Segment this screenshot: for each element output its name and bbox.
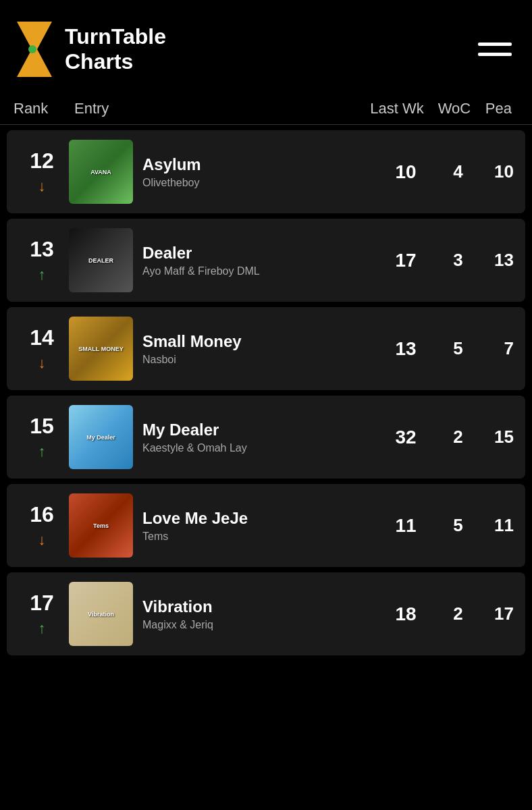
art-label: Vibration (85, 608, 117, 620)
last-week-stat: 13 (375, 338, 436, 360)
peak-stat: 13 (480, 250, 517, 271)
entry-info: Small Money Nasboi (142, 332, 375, 366)
logo-area: TurnTable Charts (14, 19, 166, 80)
entry-info: My Dealer Kaestyle & Omah Lay (142, 421, 375, 454)
entry-info: Asylum Olivetheboy (142, 155, 375, 189)
song-title: Asylum (142, 155, 375, 174)
woc-stat: 3 (436, 250, 480, 271)
entry-info: Vibration Magixx & Jeriq (142, 597, 375, 631)
peak-stat: 11 (480, 515, 517, 536)
chart-list: 12 ↓ AVANA Asylum Olivetheboy 10 4 10 13… (0, 130, 532, 655)
peak-stat: 10 (480, 161, 517, 182)
album-art: Tems (69, 493, 133, 558)
rank-column: 17 ↑ (15, 591, 69, 637)
hamburger-menu[interactable] (478, 43, 512, 56)
trend-down-icon: ↓ (38, 354, 46, 372)
last-week-stat: 11 (375, 515, 436, 537)
rank-column: 13 ↑ (15, 237, 69, 284)
song-title: Dealer (142, 244, 375, 263)
chart-row[interactable]: 17 ↑ Vibration Vibration Magixx & Jeriq … (7, 572, 525, 655)
art-label: AVANA (88, 166, 114, 178)
album-art: Vibration (69, 582, 133, 646)
rank-column: 15 ↑ (15, 414, 69, 460)
rank-number: 15 (30, 414, 54, 439)
entry-info: Dealer Ayo Maff & Fireboy DML (142, 244, 375, 277)
rank-column: 16 ↓ (15, 502, 69, 549)
art-label: Tems (90, 520, 111, 532)
song-artist: Kaestyle & Omah Lay (142, 442, 375, 454)
last-week-stat: 17 (375, 250, 436, 271)
song-artist: Ayo Maff & Fireboy DML (142, 265, 375, 277)
rank-number: 14 (30, 325, 54, 350)
song-title: Love Me JeJe (142, 509, 375, 528)
chart-row[interactable]: 12 ↓ AVANA Asylum Olivetheboy 10 4 10 (7, 130, 525, 213)
logo-icon (14, 19, 55, 80)
chart-row[interactable]: 15 ↑ My Dealer My Dealer Kaestyle & Omah… (7, 396, 525, 479)
col-header-entry: Entry (74, 100, 363, 117)
woc-stat: 2 (436, 427, 480, 448)
col-header-peak: Pea (478, 100, 518, 117)
rank-number: 13 (30, 237, 54, 262)
song-title: My Dealer (142, 421, 375, 439)
rank-column: 14 ↓ (15, 325, 69, 372)
woc-stat: 5 (436, 515, 480, 536)
hamburger-line-2 (478, 53, 512, 56)
rank-number: 16 (30, 502, 54, 527)
trend-down-icon: ↓ (38, 178, 46, 195)
woc-stat: 2 (436, 603, 480, 624)
last-week-stat: 18 (375, 603, 436, 625)
col-header-rank: Rank (14, 100, 74, 117)
rank-column: 12 ↓ (15, 148, 69, 195)
song-artist: Tems (142, 531, 375, 543)
trend-up-icon: ↑ (38, 266, 46, 284)
woc-stat: 4 (436, 161, 480, 182)
album-art: SMALL MONEY (69, 317, 133, 381)
col-header-lastwk: Last Wk (363, 100, 431, 117)
hamburger-line-1 (478, 43, 512, 46)
art-label: My Dealer (84, 431, 118, 443)
peak-stat: 7 (480, 338, 517, 359)
col-header-woc: WoC (431, 100, 478, 117)
peak-stat: 17 (480, 603, 517, 624)
rank-number: 12 (30, 148, 54, 173)
last-week-stat: 10 (375, 161, 436, 183)
art-label: SMALL MONEY (76, 343, 126, 355)
app-title: TurnTable Charts (65, 24, 166, 74)
header: TurnTable Charts (0, 0, 532, 93)
chart-row[interactable]: 14 ↓ SMALL MONEY Small Money Nasboi 13 5… (7, 307, 525, 390)
svg-point-1 (28, 45, 36, 53)
column-headers: Rank Entry Last Wk WoC Pea (0, 93, 532, 125)
album-art: AVANA (69, 140, 133, 204)
rank-number: 17 (30, 591, 54, 616)
song-artist: Olivetheboy (142, 177, 375, 189)
song-artist: Nasboi (142, 354, 375, 366)
album-art: My Dealer (69, 405, 133, 469)
song-title: Small Money (142, 332, 375, 351)
trend-up-icon: ↑ (38, 620, 46, 637)
entry-info: Love Me JeJe Tems (142, 509, 375, 543)
last-week-stat: 32 (375, 427, 436, 448)
album-art: DEALER (69, 228, 133, 292)
woc-stat: 5 (436, 338, 480, 359)
trend-down-icon: ↓ (38, 531, 46, 549)
song-title: Vibration (142, 597, 375, 616)
trend-up-icon: ↑ (38, 443, 46, 460)
peak-stat: 15 (480, 427, 517, 448)
chart-row[interactable]: 13 ↑ DEALER Dealer Ayo Maff & Fireboy DM… (7, 219, 525, 302)
song-artist: Magixx & Jeriq (142, 619, 375, 631)
chart-row[interactable]: 16 ↓ Tems Love Me JeJe Tems 11 5 11 (7, 484, 525, 567)
art-label: DEALER (86, 254, 116, 267)
